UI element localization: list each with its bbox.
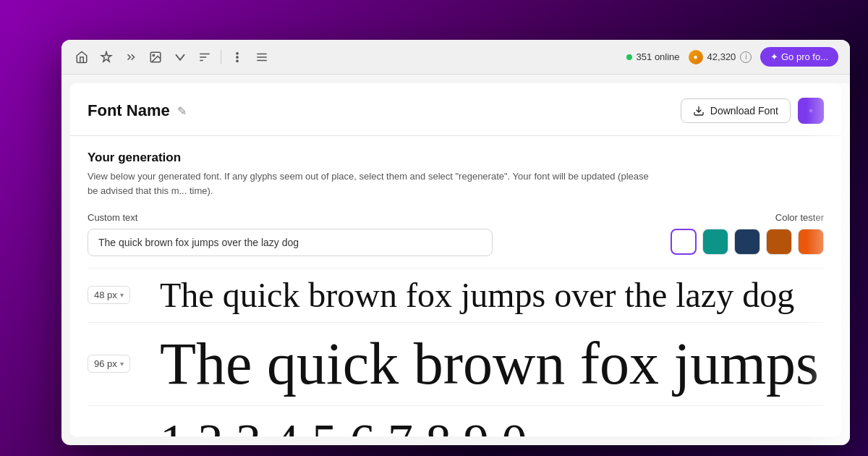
size-label-96: 96 px: [94, 358, 117, 369]
sort-icon[interactable]: [196, 48, 213, 66]
size-selector-48: 48 px ▾: [88, 286, 145, 304]
color-swatch-teal[interactable]: [702, 229, 728, 255]
edit-icon[interactable]: ✎: [177, 104, 187, 118]
toolbar-divider: [221, 50, 221, 64]
v-icon[interactable]: [171, 48, 189, 66]
preview-row-96: 96 px ▾ The quick brown fox jumps over t…: [88, 322, 824, 405]
online-dot: [626, 54, 632, 60]
menu-icon[interactable]: [253, 48, 271, 66]
coins-badge: ● 42,320 i: [689, 50, 752, 64]
color-swatch-white[interactable]: [671, 229, 697, 255]
home-icon[interactable]: [73, 48, 90, 66]
download-font-button[interactable]: Download Font: [681, 98, 791, 123]
size-label-48: 48 px: [94, 290, 117, 300]
coin-icon: ●: [689, 50, 703, 64]
size-dropdown-96[interactable]: 96 px ▾: [88, 355, 130, 373]
download-icon: [693, 105, 705, 117]
main-content: Font Name ✎ Download Font: [70, 83, 841, 436]
font-preview-text-48: The quick brown fox jumps over the lazy …: [160, 274, 794, 316]
more-icon[interactable]: [229, 48, 246, 66]
forward-icon[interactable]: [122, 48, 140, 66]
color-swatch-amber[interactable]: [766, 229, 792, 255]
preview-row-48: 48 px ▾ The quick brown fox jumps over t…: [88, 268, 824, 322]
color-swatch-dark-blue[interactable]: [734, 229, 760, 255]
controls-row: Custom text Color tester: [88, 212, 824, 256]
preview-row-numbers: 1 2 3 4 5 6 7 8 9 0: [88, 405, 824, 436]
page-header: Font Name ✎ Download Font: [70, 83, 841, 136]
custom-text-input[interactable]: [88, 229, 493, 256]
toolbar-right: 351 online ● 42,320 i ✦ Go pro fo...: [626, 47, 838, 67]
toolbar-left: [73, 48, 618, 66]
chevron-down-icon-48: ▾: [120, 291, 124, 299]
online-count: 351 online: [637, 51, 680, 62]
font-preview-section: 48 px ▾ The quick brown fox jumps over t…: [88, 268, 824, 436]
chevron-down-icon-96: ▾: [120, 360, 124, 368]
online-indicator: 351 online: [626, 51, 680, 62]
font-name-title: Font Name: [88, 101, 170, 120]
font-preview-text-96: The quick brown fox jumps over the: [160, 329, 824, 400]
toolbar: 351 online ● 42,320 i ✦ Go pro fo...: [61, 40, 850, 75]
svg-point-5: [237, 52, 238, 54]
page-body: Your generation View below your generate…: [70, 136, 841, 436]
svg-point-1: [153, 54, 154, 56]
share-icon: [809, 105, 812, 117]
font-name-area: Font Name ✎: [88, 101, 187, 120]
custom-text-area: Custom text: [88, 212, 493, 256]
svg-point-6: [237, 56, 238, 57]
size-selector-96: 96 px ▾: [88, 355, 145, 373]
browser-window: 351 online ● 42,320 i ✦ Go pro fo... Fon…: [61, 40, 850, 445]
svg-point-7: [237, 60, 238, 62]
size-dropdown-48[interactable]: 48 px ▾: [88, 286, 130, 304]
color-swatches: [671, 229, 824, 255]
header-actions: Download Font: [681, 98, 824, 124]
sparkle-icon[interactable]: [98, 48, 115, 66]
section-desc: View below your generated font. If any g…: [88, 169, 652, 198]
share-button[interactable]: [798, 98, 824, 124]
download-label: Download Font: [710, 105, 778, 117]
go-pro-label: ✦ Go pro fo...: [770, 51, 828, 62]
color-swatch-orange[interactable]: [798, 229, 824, 255]
section-title: Your generation: [88, 151, 824, 165]
color-tester-area: Color tester: [671, 212, 824, 255]
go-pro-button[interactable]: ✦ Go pro fo...: [760, 47, 838, 67]
image-icon[interactable]: [147, 48, 164, 66]
coins-count: 42,320: [707, 51, 736, 62]
font-preview-text-numbers: 1 2 3 4 5 6 7 8 9 0: [160, 412, 527, 436]
custom-text-label: Custom text: [88, 212, 493, 223]
info-icon[interactable]: i: [740, 51, 752, 63]
color-tester-label: Color tester: [775, 212, 824, 223]
